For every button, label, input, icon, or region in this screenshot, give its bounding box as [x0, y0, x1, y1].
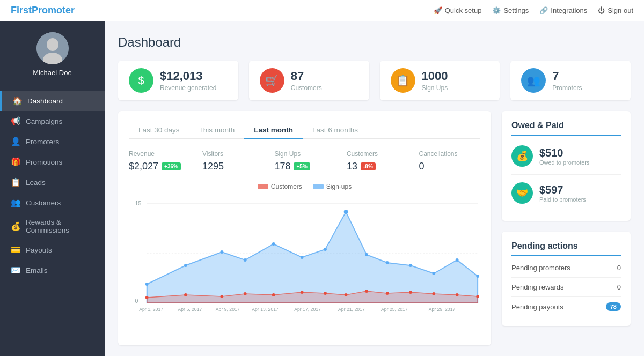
customers-label: Customers [291, 84, 322, 92]
tab-last30[interactable]: Last 30 days [129, 122, 189, 139]
pending-title: Pending actions [511, 241, 621, 256]
chart-dot-red [476, 295, 479, 298]
sidebar-item-promoters[interactable]: 👤 Promoters [0, 131, 105, 152]
sidebar-label-payouts: Payouts [26, 246, 52, 254]
pending-rewards-label: Pending rewards [511, 283, 564, 291]
chart-dot-red [324, 292, 327, 295]
sidebar-label-rewards: Rewards & Commissions [26, 218, 94, 234]
metric-customers-label: Customers [347, 150, 398, 158]
chart-dot [145, 283, 149, 286]
chart-dot [220, 250, 223, 254]
chart-legend: Customers Sign-ups [129, 183, 480, 190]
pending-section: Pending actions Pending promoters 0 Pend… [502, 232, 631, 326]
tab-thismonth[interactable]: This month [189, 122, 245, 139]
legend-customers-label: Customers [271, 183, 302, 190]
revenue-value: $12,013 [160, 69, 216, 83]
tab-last6months[interactable]: Last 6 months [303, 122, 368, 139]
pending-row-promoters: Pending promoters 0 [511, 258, 621, 278]
metric-signups-value: 178 +5% [274, 161, 325, 172]
stat-info-revenue: $12,013 Revenue generated [160, 69, 216, 92]
pending-payouts-label: Pending payouts [511, 303, 564, 311]
sidebar-item-campaigns[interactable]: 📢 Campaigns [0, 111, 105, 131]
sidebar-item-emails[interactable]: ✉️ Emails [0, 260, 105, 280]
promoters-icon-circle: 👥 [521, 68, 546, 93]
rewards-icon: 💰 [11, 221, 20, 231]
logo-first: First [11, 5, 32, 16]
legend-signups-label: Sign-ups [326, 183, 352, 190]
integrations-icon: 🔗 [539, 6, 548, 14]
top-bar: FirstPromoter 🚀 Quick setup ⚙️ Settings … [0, 0, 644, 21]
settings-link[interactable]: ⚙️ Settings [492, 6, 529, 14]
chart-dot-red [184, 293, 187, 296]
metrics-row: Revenue $2,027 +36% Visitors 1295 Sign [129, 150, 480, 172]
metric-customers-value: 13 -8% [347, 161, 398, 172]
metric-cancellations: Cancellations 0 [408, 150, 480, 172]
chart-dot [409, 264, 412, 267]
chart-dot [272, 242, 275, 246]
chart-dot [476, 275, 479, 278]
pending-promoters-label: Pending promoters [511, 264, 570, 272]
pending-row-rewards: Pending rewards 0 [511, 278, 621, 297]
sidebar-item-leads[interactable]: 📋 Leads [0, 172, 105, 192]
owed-paid-title: Owed & Paid [511, 121, 621, 136]
sidebar-label-leads: Leads [26, 179, 46, 187]
owed-label: Owed to promoters [539, 159, 590, 166]
tab-lastmonth[interactable]: Last month [244, 122, 303, 139]
sidebar-item-promotions[interactable]: 🎁 Promotions [0, 152, 105, 172]
pending-payouts-badge: 78 [606, 302, 621, 311]
chart-dot [432, 272, 435, 275]
customers-value: 87 [291, 69, 322, 83]
user-section: Michael Doe [0, 21, 105, 85]
sidebar-item-rewards[interactable]: 💰 Rewards & Commissions [0, 213, 105, 240]
sidebar-label-promotions: Promotions [26, 158, 62, 166]
metric-visitors-number: 1295 [202, 161, 224, 172]
metric-customers-number: 13 [347, 161, 357, 172]
chart-dot-red [244, 292, 247, 295]
chart-svg: 15 0 [129, 196, 480, 314]
stat-card-signups: 📋 1000 Sign Ups [380, 61, 500, 100]
promoters-value: 7 [552, 69, 582, 83]
owed-card: 💰 $510 Owed to promoters [511, 138, 621, 175]
svg-text:Apr 17, 2017: Apr 17, 2017 [294, 307, 321, 312]
chart-dot-red [301, 291, 304, 294]
chart-dot-red [272, 293, 275, 296]
owed-icon: 💰 [511, 145, 533, 167]
sidebar-item-dashboard[interactable]: 🏠 Dashboard [0, 91, 105, 111]
chart-dot-red [145, 296, 149, 299]
sidebar-label-campaigns: Campaigns [26, 117, 62, 125]
avatar [36, 32, 69, 64]
tab-bar: Last 30 days This month Last month Last … [129, 122, 480, 139]
sidebar-item-payouts[interactable]: 💳 Payouts [0, 240, 105, 260]
integrations-link[interactable]: 🔗 Integrations [539, 6, 587, 14]
payouts-icon: 💳 [11, 245, 20, 255]
metric-cancellations-value: 0 [419, 161, 470, 172]
legend-signups: Sign-ups [313, 183, 352, 190]
paid-icon: 🤝 [511, 182, 533, 204]
gear-icon: ⚙️ [492, 6, 501, 14]
svg-text:15: 15 [135, 200, 142, 206]
paid-amount: $597 [539, 184, 586, 196]
metric-visitors: Visitors 1295 [192, 150, 264, 172]
chart-dot [244, 258, 247, 262]
chart-dot [456, 258, 459, 262]
signups-value: 1000 [422, 69, 448, 83]
metric-signups: Sign Ups 178 +5% [264, 150, 336, 172]
chart-dot [386, 261, 389, 264]
metric-signups-number: 178 [274, 161, 290, 172]
chart-dot-red [456, 293, 459, 296]
metric-revenue-badge: +36% [162, 162, 181, 170]
chart-dot [344, 210, 348, 214]
sidebar-item-customers[interactable]: 👥 Customers [0, 192, 105, 213]
chart-dot-red [386, 292, 389, 295]
main-content: Dashboard $ $12,013 Revenue generated 🛒 … [105, 21, 644, 356]
stat-info-signups: 1000 Sign Ups [422, 69, 448, 92]
metric-customers: Customers 13 -8% [336, 150, 408, 172]
settings-label: Settings [503, 6, 529, 14]
quick-setup-link[interactable]: 🚀 Quick setup [434, 6, 482, 14]
sign-out-link[interactable]: ⏻ Sign out [598, 6, 633, 14]
signups-area [147, 212, 478, 303]
logo: FirstPromoter [11, 5, 75, 16]
main-layout: Michael Doe 🏠 Dashboard 📢 Campaigns 👤 Pr… [0, 21, 644, 356]
stats-row: $ $12,013 Revenue generated 🛒 87 Custome… [118, 61, 631, 100]
svg-text:Apr 5, 2017: Apr 5, 2017 [178, 307, 202, 312]
